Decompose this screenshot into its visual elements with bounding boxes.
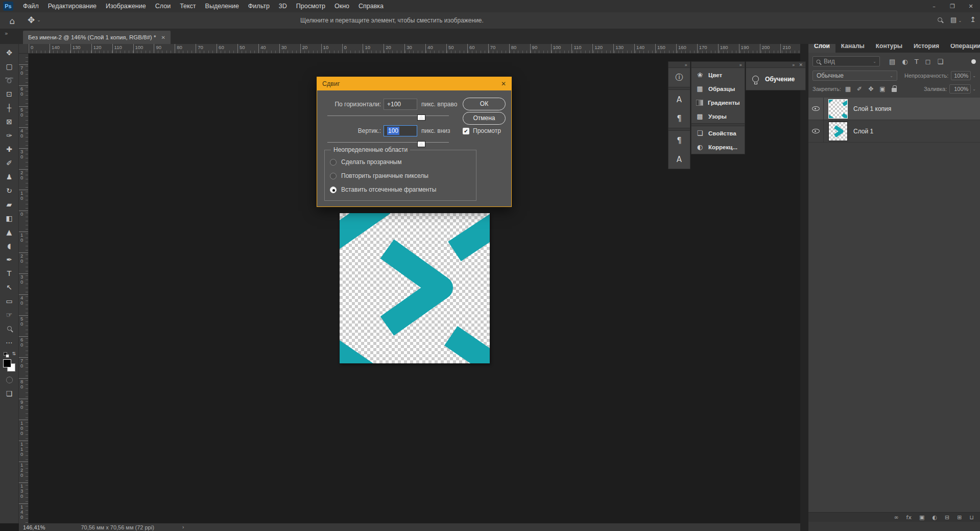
path-select-tool[interactable]: ↖ [2, 280, 16, 294]
expand-chevron-icon[interactable]: » [792, 62, 795, 67]
delete-layer-icon[interactable]: ⊔ [969, 514, 974, 521]
collapse-chevron-icon[interactable]: » [5, 30, 8, 37]
swatches-panel[interactable]: ▦Образцы [691, 82, 745, 96]
menu-edit[interactable]: Редактирование [43, 1, 101, 12]
radio-wrap-around[interactable]: Вставить отсеченные фрагменты [330, 186, 436, 193]
layer-thumbnail[interactable] [829, 100, 847, 118]
menu-layers[interactable]: Слои [151, 1, 175, 12]
dialog-close-icon[interactable]: ✕ [501, 80, 506, 87]
tool-preset-picker[interactable]: ✥ ⌄ [28, 15, 41, 25]
move-tool[interactable]: ✥ [2, 45, 16, 59]
slider-thumb[interactable] [418, 115, 425, 120]
menu-type[interactable]: Текст [175, 1, 200, 12]
dock-divider[interactable] [800, 44, 808, 531]
menu-window[interactable]: Окно [330, 1, 354, 12]
clone-stamp-tool[interactable]: ♟ [2, 170, 16, 183]
slider-track[interactable] [327, 142, 449, 143]
workspace-switcher[interactable]: ▤ ⌄ [950, 16, 962, 24]
history-brush-tool[interactable]: ↻ [2, 183, 16, 197]
swap-colors-icon[interactable]: ⇅ [12, 351, 16, 356]
status-chevron-icon[interactable]: › [182, 524, 184, 530]
menu-3d[interactable]: 3D [274, 1, 292, 12]
zoom-level-field[interactable]: 146,41% [23, 524, 45, 530]
gradients-panel[interactable]: Градиенты [691, 96, 745, 109]
layer-thumbnail[interactable] [829, 122, 847, 141]
layer-row[interactable]: Слой 1 копия [808, 98, 980, 120]
learn-panel[interactable]: Обучение [746, 68, 806, 90]
fill-value[interactable]: 100% [949, 84, 971, 94]
patterns-panel[interactable]: ▩Узоры [691, 109, 745, 123]
layer-row[interactable]: Слой 1 [808, 120, 980, 143]
color-swatches[interactable] [2, 359, 16, 373]
restore-button[interactable]: ❐ [943, 0, 962, 12]
gradient-tool[interactable]: ◧ [2, 211, 16, 225]
layer-filter-search[interactable]: Вид ⌄ [812, 56, 880, 66]
cancel-button[interactable]: Отмена [463, 112, 506, 125]
new-group-icon[interactable]: ⊟ [945, 514, 949, 521]
more-tools[interactable]: ⋯ [2, 335, 16, 349]
frame-tool[interactable]: ⊠ [2, 114, 16, 128]
document-tab[interactable]: Без имени-2 @ 146% (Слой 1 копия, RGB/8#… [23, 31, 171, 44]
menu-view[interactable]: Просмотр [292, 1, 330, 12]
layer-name[interactable]: Слой 1 копия [853, 105, 891, 112]
vertical-ruler[interactable]: 7060504030201001020304050607080901001101… [19, 54, 29, 523]
character-styles-panel-icon[interactable]: A [668, 150, 690, 169]
radio-repeat-edge-pixels[interactable]: Повторить граничные пикселы [330, 172, 428, 179]
healing-brush-tool[interactable]: ✚ [2, 142, 16, 156]
vertical-input[interactable]: 100 [384, 125, 417, 136]
filter-type-icon[interactable]: T [915, 58, 919, 65]
link-layers-icon[interactable]: ∞ [894, 514, 898, 521]
horizontal-input[interactable] [384, 99, 417, 110]
panel-group-header[interactable]: » ✕ [746, 61, 806, 68]
ruler-origin-corner[interactable] [19, 44, 29, 54]
default-colors-control[interactable]: ⇅ [3, 351, 16, 358]
lock-all-icon[interactable] [892, 88, 897, 92]
share-icon[interactable]: ↥ [970, 15, 976, 24]
preview-checkbox[interactable]: ✔ Просмотр [463, 127, 501, 134]
filter-shape-icon[interactable]: ◻ [925, 58, 931, 65]
menu-image[interactable]: Изображение [101, 1, 151, 12]
horizontal-ruler[interactable]: 0140130120110100908070605040302010010203… [29, 44, 800, 54]
dodge-tool[interactable]: ◖ [2, 239, 16, 252]
info-panel-icon[interactable]: ⓘ [668, 68, 690, 87]
layer-effects-icon[interactable]: fx [906, 514, 912, 521]
marquee-tool[interactable]: ▢ [2, 59, 16, 73]
menu-help[interactable]: Справка [354, 1, 388, 12]
lock-paint-icon[interactable]: ✐ [857, 85, 862, 93]
filter-smart-object-icon[interactable]: ❏ [937, 58, 943, 65]
color-panel[interactable]: ❀Цвет [691, 68, 745, 82]
foreground-color-swatch[interactable] [3, 359, 11, 367]
menu-file[interactable]: Файл [18, 1, 43, 12]
menu-filter[interactable]: Фильтр [244, 1, 274, 12]
filter-toggle[interactable] [971, 59, 976, 64]
object-selection-tool[interactable]: ⊡ [2, 87, 16, 101]
screen-mode-icon[interactable]: ❏ [2, 386, 16, 400]
lock-transparency-icon[interactable]: ▦ [845, 85, 851, 93]
lasso-tool[interactable]: ➰ [2, 73, 16, 87]
quick-mask-icon[interactable] [6, 377, 13, 383]
search-icon[interactable] [938, 17, 942, 22]
document-canvas[interactable] [340, 213, 490, 363]
slider-thumb[interactable] [418, 142, 425, 147]
opacity-value[interactable]: 100% [951, 71, 971, 80]
adjustments-panel[interactable]: ◐Коррекц... [691, 140, 745, 154]
layer-name[interactable]: Слой 1 [853, 128, 873, 135]
layer-mask-icon[interactable]: ▣ [919, 514, 924, 521]
menu-select[interactable]: Выделение [201, 1, 244, 12]
blur-tool[interactable]: ▲ [2, 225, 16, 239]
new-layer-icon[interactable]: ⊞ [957, 514, 962, 521]
horizontal-slider[interactable] [327, 114, 449, 121]
character-panel-icon[interactable]: A [668, 90, 690, 109]
properties-panel[interactable]: ❏Свойства [691, 126, 745, 140]
eyedropper-tool[interactable]: ✑ [2, 128, 16, 142]
radio-make-transparent[interactable]: Сделать прозрачным [330, 158, 402, 166]
paragraph-panel-icon[interactable]: ¶ [668, 109, 690, 128]
pen-tool[interactable]: ✒ [2, 252, 16, 266]
brush-tool[interactable]: ✐ [2, 156, 16, 170]
ok-button[interactable]: ОК [463, 98, 506, 110]
lock-position-icon[interactable]: ✥ [868, 85, 873, 93]
tab-close-icon[interactable]: ✕ [161, 35, 165, 40]
expand-chevron-icon[interactable]: » [684, 62, 687, 67]
close-button[interactable]: ✕ [962, 0, 980, 12]
home-icon[interactable]: ⌂ [6, 15, 18, 27]
